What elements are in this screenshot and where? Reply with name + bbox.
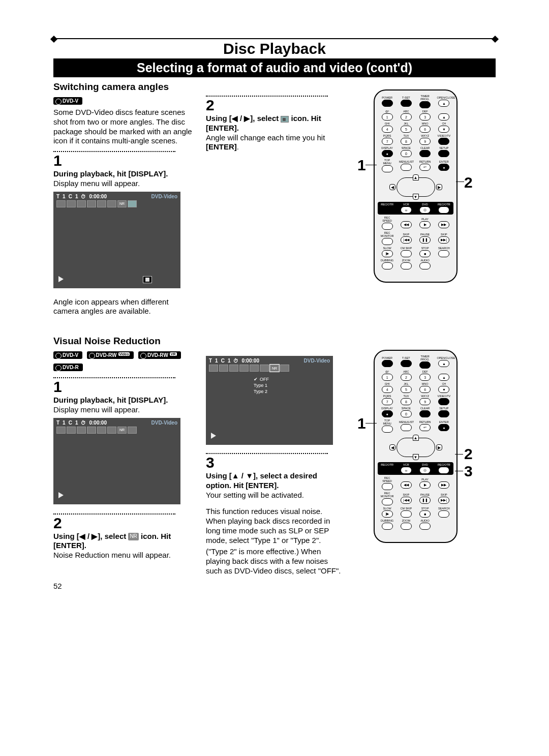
rc-recotr-btn[interactable] — [382, 206, 393, 214]
rc2-8[interactable]: 8 — [401, 398, 412, 405]
rc-play-btn[interactable]: ▶ — [419, 221, 431, 228]
rc2-recspeed-btn[interactable] — [382, 483, 393, 490]
rc-cmskip-btn[interactable] — [401, 250, 412, 257]
rc2-down[interactable]: ▼ — [413, 454, 419, 460]
scr-t-val: 1 — [63, 194, 66, 199]
rc2-return-btn[interactable]: ↩ — [419, 424, 431, 431]
rc-slow-btn[interactable]: |▶ — [382, 250, 393, 257]
rc2-zoom-btn[interactable] — [401, 523, 412, 530]
rc-vcr-btn[interactable]: ∞ — [401, 206, 412, 214]
rc-chdn-btn[interactable]: ▼ — [438, 126, 449, 133]
rc2-timerprog-btn[interactable] — [419, 361, 431, 369]
rc2-left[interactable]: ◀ — [389, 444, 395, 450]
rc2-2[interactable]: 2 — [401, 374, 412, 381]
rc2-play-btn[interactable]: ▶ — [419, 481, 431, 489]
rc-rew-btn[interactable]: ◀◀ — [401, 221, 412, 228]
rc2-power-btn[interactable] — [382, 360, 393, 367]
rc-power-btn[interactable] — [382, 100, 393, 107]
rc-recmon-btn[interactable] — [382, 238, 393, 245]
angles-step1-num: 1 — [53, 153, 196, 168]
rc2-4[interactable]: 4 — [382, 386, 393, 393]
rc2-3[interactable]: 3 — [419, 374, 431, 381]
rc2-dubbing-btn[interactable] — [382, 523, 393, 530]
rc2-6[interactable]: 6 — [419, 386, 431, 393]
rc2-audio-btn[interactable] — [419, 523, 431, 530]
rc2-enter-btn[interactable]: ● — [438, 424, 449, 431]
rc-dubbing-btn[interactable] — [382, 262, 393, 269]
rc-4-btn[interactable]: 4 — [382, 126, 393, 133]
rc-6-btn[interactable]: 6 — [419, 126, 431, 133]
rc2-rew[interactable]: ◀◀ — [401, 481, 412, 489]
rc-stop-btn[interactable]: ■ — [419, 250, 431, 257]
rc-audio-btn[interactable] — [419, 262, 431, 269]
rc2-recotr2-btn[interactable] — [438, 467, 449, 474]
rc-wxyz: WXYZ — [418, 134, 432, 137]
rc-topmenu-btn[interactable] — [382, 165, 393, 172]
rc2-skipR-btn[interactable]: ▶▶| — [438, 497, 449, 504]
rc2-stop-btn[interactable]: ■ — [419, 510, 431, 518]
vnr-step3: Using [▲ / ▼], select a desired option. … — [206, 471, 343, 500]
rc-tset-btn[interactable] — [401, 100, 412, 107]
rc2-skipL-btn[interactable]: |◀◀ — [401, 497, 412, 504]
rc2-display-btn[interactable]: ● — [382, 410, 393, 417]
rc-down-btn[interactable]: ▼ — [413, 194, 419, 200]
rc-8-btn[interactable]: 8 — [401, 138, 412, 145]
rc-timerprog-btn[interactable] — [419, 101, 431, 108]
rc-left-btn[interactable]: ◀ — [389, 184, 395, 190]
rc2-tset-btn[interactable] — [401, 360, 412, 367]
rc-dvd-btn[interactable]: ◎ — [419, 206, 431, 214]
rc2-1[interactable]: 1 — [382, 374, 393, 381]
rc2-up[interactable]: ▲ — [413, 435, 419, 441]
callout-2: 2 — [463, 174, 474, 191]
rc2-videotv-btn[interactable] — [438, 398, 449, 405]
rc2-9[interactable]: 9 — [419, 398, 431, 405]
rc-0-btn[interactable]: 0 — [401, 150, 412, 157]
rc2-menulist-btn[interactable] — [401, 424, 412, 431]
rc2-0[interactable]: 0 — [401, 410, 412, 417]
rc-recspeed-btn[interactable] — [382, 223, 393, 230]
rc-search-btn[interactable] — [438, 250, 449, 257]
rc-openclose-btn[interactable]: ▲ — [438, 100, 449, 107]
rc2-pause-btn[interactable]: ❚❚ — [419, 497, 431, 504]
rc2-slow-btn[interactable]: |▶ — [382, 510, 393, 518]
rc2-dvd-btn[interactable]: ◎ — [419, 467, 431, 474]
rc-zoom-btn[interactable] — [401, 262, 412, 269]
rc2-chdn[interactable]: ▼ — [438, 386, 449, 393]
rc-3-btn[interactable]: 3 — [419, 113, 431, 120]
rc2-search-btn[interactable] — [438, 510, 449, 518]
rc-skipR-btn[interactable]: ▶▶| — [438, 236, 449, 244]
rc-ff-btn[interactable]: ▶▶ — [438, 221, 449, 228]
rc-skipL-btn[interactable]: |◀◀ — [401, 236, 412, 244]
rc2-clear-btn[interactable] — [419, 410, 431, 417]
rc-display-btn[interactable]: ● — [382, 150, 393, 157]
rc2-setup-btn[interactable] — [438, 410, 449, 417]
rc-2-btn[interactable]: 2 — [401, 113, 412, 120]
rc2-right[interactable]: ▶ — [436, 444, 442, 450]
rc-clear-btn[interactable] — [419, 150, 431, 157]
rc2-cmskip-btn[interactable] — [401, 510, 412, 518]
rc2-vcr-btn[interactable]: ∞ — [401, 467, 412, 474]
rc-enter-btn[interactable]: ● — [438, 164, 449, 171]
rc2-7[interactable]: 7 — [382, 398, 393, 405]
rc-9-btn[interactable]: 9 — [419, 138, 431, 145]
rc-setup-btn[interactable] — [438, 150, 449, 157]
rc2-recotr-btn[interactable] — [382, 467, 393, 474]
rc2-5[interactable]: 5 — [401, 386, 412, 393]
rc-1-btn[interactable]: 1 — [382, 113, 393, 120]
rc-menulist-btn[interactable] — [401, 164, 412, 171]
rc2-topmenu-btn[interactable] — [382, 426, 393, 433]
rc-recotr2-btn[interactable] — [438, 206, 449, 214]
rc-up-btn[interactable]: ▲ — [413, 174, 419, 180]
rc-pause-btn[interactable]: ❚❚ — [419, 236, 431, 244]
rc-5-btn[interactable]: 5 — [401, 126, 412, 133]
rc-right-btn[interactable]: ▶ — [436, 184, 442, 190]
rc2-recmon-btn[interactable] — [382, 498, 393, 505]
rc-videotv-btn[interactable] — [438, 138, 449, 145]
rc2-ff[interactable]: ▶▶ — [438, 481, 449, 489]
rc-chup-btn[interactable]: ▲ — [438, 113, 449, 120]
rc2-recotr: REC/OTR — [380, 463, 394, 466]
rc-return-btn[interactable]: ↩ — [419, 164, 431, 171]
rc-7-btn[interactable]: 7 — [382, 138, 393, 145]
rc2-openclose-btn[interactable]: ▲ — [438, 360, 449, 367]
rc2-chup[interactable]: ▲ — [438, 374, 449, 381]
